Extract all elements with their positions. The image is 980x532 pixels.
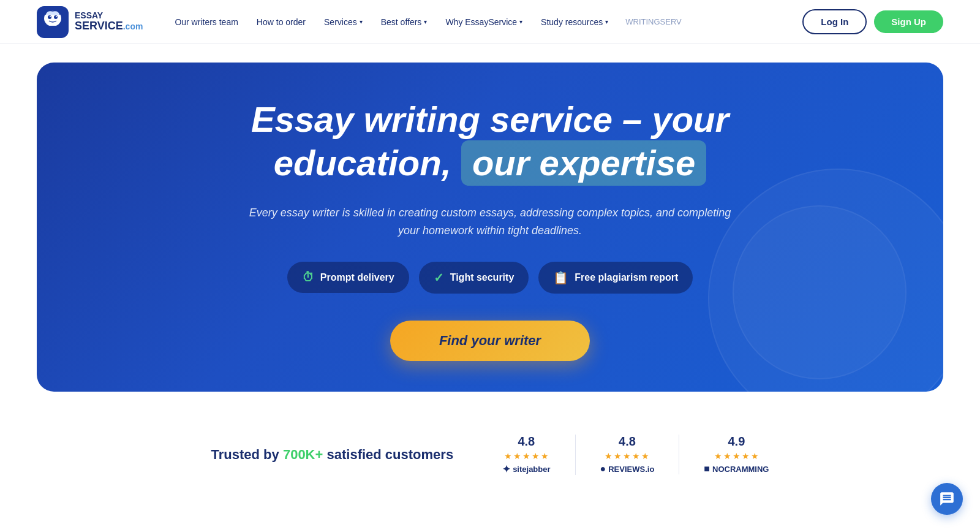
badge-prompt-delivery: ⏱ Prompt delivery bbox=[287, 262, 409, 293]
logo-icon bbox=[37, 6, 69, 38]
logo[interactable]: ESSAY SERVICE.com bbox=[37, 6, 143, 38]
nav-services[interactable]: Services ▾ bbox=[317, 12, 370, 32]
services-chevron-icon: ▾ bbox=[360, 18, 363, 25]
svg-point-5 bbox=[56, 16, 57, 17]
review-nocramming: 4.9 ★★★★★ ■ NOCRAMMING bbox=[704, 435, 769, 474]
hero-title: Essay writing service – your education, … bbox=[251, 99, 729, 186]
login-button[interactable]: Log In bbox=[802, 9, 867, 34]
review-score-nocramming: 4.9 bbox=[728, 435, 745, 449]
svg-point-3 bbox=[54, 15, 58, 19]
why-essay-chevron-icon: ▾ bbox=[519, 18, 522, 25]
badge-tight-security: ✓ Tight security bbox=[419, 262, 529, 294]
study-resources-chevron-icon: ▾ bbox=[605, 18, 608, 25]
hero-title-highlight: our expertise bbox=[461, 140, 706, 186]
trust-reviews: 4.8 ★★★★★ ✦ sitejabber 4.8 ★★★★★ ● REVIE… bbox=[502, 435, 769, 475]
nav-actions: Log In Sign Up bbox=[802, 9, 943, 34]
review-logo-reviews-io: ● REVIEWS.io bbox=[600, 463, 655, 474]
logo-text: ESSAY SERVICE.com bbox=[75, 11, 143, 32]
review-reviews-io: 4.8 ★★★★★ ● REVIEWS.io bbox=[600, 435, 680, 474]
signup-button[interactable]: Sign Up bbox=[874, 10, 943, 33]
review-sitejabber: 4.8 ★★★★★ ✦ sitejabber bbox=[502, 435, 575, 475]
review-stars-sitejabber: ★★★★★ bbox=[504, 451, 549, 461]
find-writer-button[interactable]: Find your writer bbox=[390, 321, 590, 361]
nav-how-to-order[interactable]: How to order bbox=[249, 12, 313, 32]
nav-study-resources[interactable]: Study resources ▾ bbox=[533, 12, 616, 32]
trust-number: 700K+ bbox=[283, 447, 323, 462]
hero-cta: Find your writer bbox=[390, 321, 590, 361]
best-offers-chevron-icon: ▾ bbox=[424, 18, 427, 25]
hero-subtitle: Every essay writer is skilled in creatin… bbox=[239, 204, 741, 240]
document-icon: 📋 bbox=[553, 270, 568, 285]
hero-card: Essay writing service – your education, … bbox=[37, 63, 943, 392]
svg-point-4 bbox=[50, 16, 51, 17]
review-logo-nocramming: ■ NOCRAMMING bbox=[704, 463, 769, 474]
nav-partner: WRITINGSERV bbox=[625, 17, 682, 26]
reviews-io-icon: ● bbox=[600, 463, 606, 474]
navbar: ESSAY SERVICE.com Our writers team How t… bbox=[0, 0, 980, 44]
trust-section: Trusted by 700K+ satisfied customers 4.8… bbox=[0, 410, 980, 500]
hero-container: Essay writing service – your education, … bbox=[0, 44, 980, 410]
review-score-sitejabber: 4.8 bbox=[518, 435, 535, 449]
chat-button[interactable] bbox=[931, 483, 963, 515]
sitejabber-icon: ✦ bbox=[502, 463, 510, 475]
clock-icon: ⏱ bbox=[302, 270, 314, 284]
review-logo-sitejabber: ✦ sitejabber bbox=[502, 463, 550, 475]
nav-best-offers[interactable]: Best offers ▾ bbox=[374, 12, 435, 32]
trust-text: Trusted by 700K+ satisfied customers bbox=[211, 447, 454, 463]
shield-icon: ✓ bbox=[434, 270, 444, 285]
review-stars-reviews-io: ★★★★★ bbox=[605, 451, 649, 461]
badge-plagiarism-report: 📋 Free plagiarism report bbox=[538, 262, 693, 294]
nav-why-essayservice[interactable]: Why EssayService ▾ bbox=[438, 12, 530, 32]
svg-point-2 bbox=[48, 15, 51, 19]
brand-service: SERVICE.com bbox=[75, 20, 143, 32]
review-score-reviews-io: 4.8 bbox=[619, 435, 636, 449]
nav-links: Our writers team How to order Services ▾… bbox=[167, 12, 802, 32]
hero-badges: ⏱ Prompt delivery ✓ Tight security 📋 Fre… bbox=[287, 262, 693, 294]
nocramming-icon: ■ bbox=[704, 463, 710, 474]
nav-our-writers[interactable]: Our writers team bbox=[167, 12, 245, 32]
chat-icon bbox=[939, 491, 955, 507]
review-stars-nocramming: ★★★★★ bbox=[714, 451, 759, 461]
